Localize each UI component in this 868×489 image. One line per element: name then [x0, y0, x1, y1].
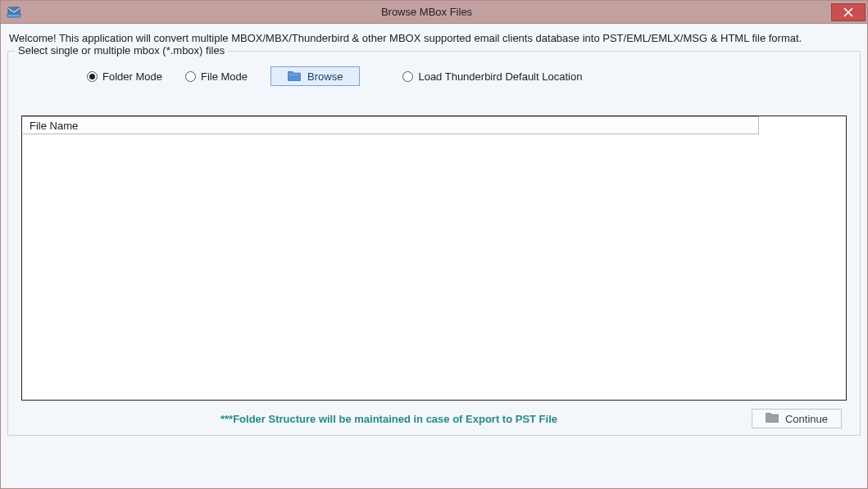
svg-rect-1 [7, 14, 20, 17]
radio-icon [402, 71, 413, 82]
close-button[interactable] [831, 3, 866, 21]
radio-folder-label: Folder Mode [102, 70, 162, 83]
titlebar: Browse MBox Files [1, 1, 867, 24]
column-header-filename[interactable]: File Name [23, 116, 759, 134]
mode-row: Folder Mode File Mode Browse [21, 60, 847, 91]
radio-icon [87, 71, 98, 82]
radio-thunderbird-label: Load Thunderbird Default Location [418, 70, 582, 83]
radio-thunderbird-default[interactable]: Load Thunderbird Default Location [402, 70, 582, 83]
content-area: Welcome! This application will convert m… [1, 24, 867, 488]
table-body [22, 134, 846, 400]
continue-button-label: Continue [785, 413, 828, 425]
close-icon [843, 7, 853, 17]
app-icon [6, 4, 22, 20]
radio-file-mode[interactable]: File Mode [185, 70, 248, 83]
radio-folder-mode[interactable]: Folder Mode [87, 70, 162, 83]
window-title: Browse MBox Files [22, 6, 831, 18]
table-header-row: File Name [22, 116, 846, 134]
folder-grey-icon [766, 413, 779, 425]
radio-icon [185, 71, 196, 82]
footer-row: ***Folder Structure will be maintained i… [21, 401, 847, 428]
footer-note: ***Folder Structure will be maintained i… [26, 413, 752, 425]
continue-button[interactable]: Continue [752, 409, 842, 428]
folder-icon [288, 71, 301, 81]
radio-file-label: File Mode [201, 70, 248, 83]
file-table: File Name [21, 115, 847, 401]
dialog-window: Browse MBox Files Welcome! This applicat… [0, 0, 868, 489]
browse-button[interactable]: Browse [270, 66, 360, 86]
fieldset-legend: Select single or multiple mbox (*.mbox) … [15, 44, 228, 57]
browse-button-label: Browse [307, 70, 343, 83]
mode-fieldset: Select single or multiple mbox (*.mbox) … [7, 51, 861, 436]
